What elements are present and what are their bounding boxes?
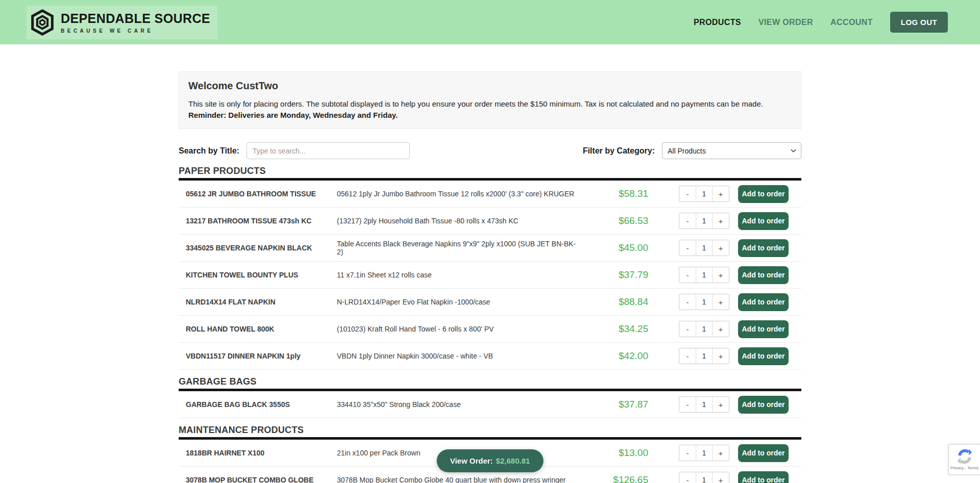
- product-description: VBDN 1ply Dinner Napkin 3000/case - whit…: [337, 352, 577, 360]
- section-title: MAINTENANCE PRODUCTS: [179, 424, 801, 440]
- quantity-decrement-button[interactable]: -: [679, 472, 696, 483]
- quantity-stepper: - +: [679, 321, 729, 337]
- product-price: $126.65: [577, 474, 648, 483]
- product-name: NLRD14X14 FLAT NAPKIN: [186, 298, 337, 306]
- product-name: 3345025 BEVERAGE NAPKIN BLACK: [186, 244, 337, 252]
- product-description: Table Accents Black Beverage Napkins 9"x…: [337, 240, 577, 256]
- add-to-order-button[interactable]: Add to order: [738, 293, 789, 311]
- quantity-increment-button[interactable]: +: [712, 240, 729, 256]
- quantity-increment-button[interactable]: +: [712, 397, 729, 412]
- quantity-increment-button[interactable]: +: [712, 267, 729, 283]
- quantity-stepper: - +: [679, 294, 729, 310]
- view-order-pill[interactable]: View Order: $2,680.81: [437, 449, 544, 472]
- recaptcha-icon: [957, 449, 972, 464]
- quantity-decrement-button[interactable]: -: [679, 186, 696, 201]
- quantity-increment-button[interactable]: +: [712, 321, 729, 337]
- table-row: GARBAGE BAG BLACK 3550S 334410 35"x50" S…: [179, 391, 801, 418]
- add-to-order-button[interactable]: Add to order: [738, 239, 789, 257]
- nav-view-order[interactable]: VIEW ORDER: [758, 18, 813, 27]
- product-description: 11 x7.1in Sheet x12 rolls case: [337, 271, 577, 279]
- filter-label: Filter by Category:: [583, 146, 655, 156]
- category-select[interactable]: All Products: [662, 142, 801, 159]
- nav-products[interactable]: PRODUCTS: [694, 18, 741, 27]
- brand-logo: DEPENDABLE SOURCE BECAUSE WE CARE: [27, 6, 217, 39]
- add-to-order-button[interactable]: Add to order: [738, 471, 789, 483]
- add-to-order-button[interactable]: Add to order: [738, 266, 789, 284]
- quantity-decrement-button[interactable]: -: [679, 240, 696, 256]
- view-order-amount: $2,680.81: [496, 456, 530, 465]
- quantity-stepper: - +: [679, 348, 729, 364]
- quantity-input[interactable]: [696, 445, 712, 461]
- quantity-input[interactable]: [696, 267, 712, 283]
- quantity-decrement-button[interactable]: -: [679, 397, 696, 412]
- table-row: VBDN11517 DINNER NAPKIN 1ply VBDN 1ply D…: [179, 343, 801, 370]
- product-section: PAPER PRODUCTS 05612 JR JUMBO BATHROOM T…: [179, 165, 801, 370]
- quantity-stepper: - +: [679, 186, 729, 202]
- welcome-reminder: Reminder: Deliveries are Monday, Wednesd…: [188, 110, 792, 120]
- quantity-increment-button[interactable]: +: [712, 445, 729, 461]
- quantity-input[interactable]: [696, 348, 712, 364]
- quantity-stepper: - +: [679, 472, 729, 483]
- add-to-order-button[interactable]: Add to order: [738, 444, 789, 462]
- product-description: 3078B Mop Bucket Combo Globe 40 quart bl…: [337, 476, 577, 483]
- product-price: $66.53: [577, 215, 648, 226]
- product-description: 334410 35"x50" Strong Black 200/case: [337, 400, 577, 409]
- product-sections: PAPER PRODUCTS 05612 JR JUMBO BATHROOM T…: [179, 165, 801, 483]
- table-row: 13217 BATHROOM TISSUE 473sh KC (13217) 2…: [179, 208, 801, 235]
- product-price: $34.25: [577, 323, 648, 335]
- quantity-increment-button[interactable]: +: [712, 186, 729, 201]
- quantity-increment-button[interactable]: +: [712, 213, 729, 228]
- search-input[interactable]: [247, 142, 410, 159]
- add-to-order-button[interactable]: Add to order: [738, 212, 789, 230]
- quantity-increment-button[interactable]: +: [712, 294, 729, 310]
- section-title: GARBAGE BAGS: [179, 376, 801, 391]
- product-name: KITCHEN TOWEL BOUNTY PLUS: [186, 271, 337, 279]
- quantity-increment-button[interactable]: +: [712, 472, 729, 483]
- product-price: $37.79: [577, 269, 648, 281]
- quantity-input[interactable]: [696, 472, 712, 483]
- nested-hexagons-icon: [31, 9, 54, 36]
- product-price: $13.00: [577, 447, 648, 459]
- add-to-order-button[interactable]: Add to order: [738, 396, 789, 414]
- section-rows: 05612 JR JUMBO BATHROOM TISSUE 05612 1pl…: [179, 181, 801, 370]
- product-name: ROLL HAND TOWEL 800K: [186, 325, 337, 333]
- section-rows: GARBAGE BAG BLACK 3550S 334410 35"x50" S…: [179, 391, 801, 418]
- quantity-decrement-button[interactable]: -: [679, 294, 696, 310]
- product-name: 05612 JR JUMBO BATHROOM TISSUE: [186, 190, 337, 198]
- quantity-input[interactable]: [696, 240, 712, 256]
- quantity-increment-button[interactable]: +: [712, 348, 729, 364]
- view-order-label: View Order:: [450, 456, 493, 465]
- add-to-order-button[interactable]: Add to order: [738, 185, 789, 203]
- table-row: 3345025 BEVERAGE NAPKIN BLACK Table Acce…: [179, 235, 801, 262]
- welcome-banner: Welcome CustTwo This site is only for pl…: [179, 71, 801, 129]
- product-name: 1818BR HAIRNET X100: [186, 449, 337, 457]
- quantity-decrement-button[interactable]: -: [679, 213, 696, 228]
- quantity-input[interactable]: [696, 186, 712, 201]
- add-to-order-button[interactable]: Add to order: [738, 347, 789, 365]
- product-section: GARBAGE BAGS GARBAGE BAG BLACK 3550S 334…: [179, 376, 801, 418]
- controls-row: Search by Title: Filter by Category: All…: [179, 142, 801, 159]
- main-nav: PRODUCTS VIEW ORDER ACCOUNT LOG OUT: [694, 12, 948, 33]
- product-price: $42.00: [577, 350, 648, 362]
- add-to-order-button[interactable]: Add to order: [738, 320, 789, 338]
- quantity-input[interactable]: [696, 213, 712, 228]
- quantity-input[interactable]: [696, 397, 712, 412]
- quantity-decrement-button[interactable]: -: [679, 321, 696, 337]
- product-name: GARBAGE BAG BLACK 3550S: [186, 400, 337, 409]
- quantity-stepper: - +: [679, 267, 729, 283]
- nav-account[interactable]: ACCOUNT: [830, 18, 873, 27]
- quantity-decrement-button[interactable]: -: [679, 445, 696, 461]
- product-name: 13217 BATHROOM TISSUE 473sh KC: [186, 217, 337, 225]
- recaptcha-badge[interactable]: Privacy - Terms: [948, 444, 980, 475]
- brand-text: DEPENDABLE SOURCE BECAUSE WE CARE: [61, 11, 210, 34]
- quantity-input[interactable]: [696, 321, 712, 337]
- logout-button[interactable]: LOG OUT: [890, 12, 948, 33]
- table-row: ROLL HAND TOWEL 800K (101023) Kraft Roll…: [179, 316, 801, 343]
- quantity-decrement-button[interactable]: -: [679, 348, 696, 364]
- brand-tagline: BECAUSE WE CARE: [61, 28, 210, 34]
- quantity-input[interactable]: [696, 294, 712, 310]
- quantity-decrement-button[interactable]: -: [679, 267, 696, 283]
- product-name: VBDN11517 DINNER NAPKIN 1ply: [186, 352, 337, 360]
- quantity-stepper: - +: [679, 213, 729, 229]
- recaptcha-terms-link[interactable]: Privacy - Terms: [950, 466, 978, 470]
